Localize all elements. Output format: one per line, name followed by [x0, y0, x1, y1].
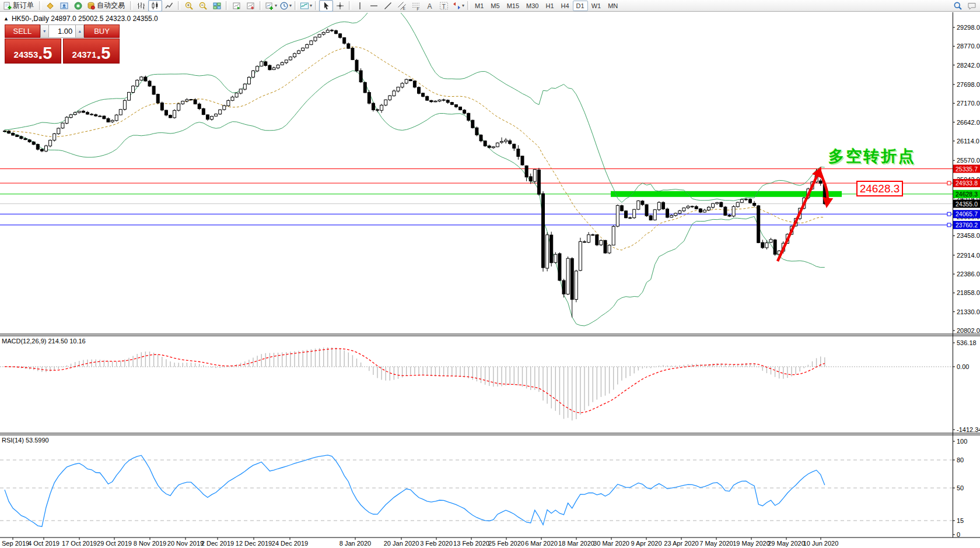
volume-input[interactable]: 1.00	[49, 24, 75, 38]
tile-windows-icon[interactable]	[210, 0, 224, 12]
candlestick-chart-icon-glyph	[150, 1, 160, 10]
timeframe-m5-button[interactable]: M5	[487, 1, 503, 11]
bull-candle	[306, 44, 309, 48]
bull-candle	[322, 33, 325, 34]
date-tick-label: 10 Jun 2020	[803, 540, 839, 547]
timeframe-m30-button[interactable]: M30	[523, 1, 542, 11]
bar-chart-icon[interactable]	[134, 0, 148, 12]
timeframe-m1-button[interactable]: M1	[471, 1, 487, 11]
autotrading-button[interactable]: 自动交易	[85, 0, 128, 12]
search-icon[interactable]	[951, 0, 965, 12]
search-icon-glyph	[953, 1, 963, 10]
sell-button[interactable]: SELL	[5, 24, 40, 38]
timeframe-h1-button[interactable]: H1	[542, 1, 557, 11]
timeframe-h4-button[interactable]: H4	[558, 1, 573, 11]
periods-icon-dropdown-caret[interactable]: ▾	[289, 3, 292, 8]
bear-candle	[774, 240, 776, 254]
volume-decrease-button[interactable]: ▼	[40, 24, 49, 38]
line-endpoint-marker[interactable]	[947, 181, 951, 185]
rsi-tick-label: 50	[957, 484, 964, 491]
price-tick-label: 28242.0	[957, 62, 980, 69]
bear-candle	[537, 170, 540, 194]
bull-candle	[289, 57, 292, 60]
new-order-button[interactable]: 新订单	[1, 0, 37, 12]
line-endpoint-marker[interactable]	[947, 223, 951, 227]
candlestick-chart-icon[interactable]	[148, 0, 162, 12]
bear-candle	[4, 131, 6, 132]
templates-icon[interactable]: ▾	[299, 0, 313, 12]
templates-icon-glyph	[300, 1, 309, 10]
bull-candle	[314, 37, 317, 41]
timeframe-mn-button[interactable]: MN	[604, 1, 621, 11]
svg-text:T: T	[442, 2, 446, 9]
vertical-line-icon[interactable]	[353, 0, 367, 12]
line-chart-icon-glyph	[164, 1, 174, 10]
volume-increase-button[interactable]: ▲	[75, 24, 84, 38]
profiles-icon[interactable]	[43, 0, 57, 12]
buy-button[interactable]: BUY	[84, 24, 120, 38]
equidistant-channel-icon[interactable]: E	[395, 0, 409, 12]
bull-candle	[546, 235, 549, 268]
price-tick-label: 23458.0	[957, 232, 980, 239]
bull-candle	[682, 208, 685, 211]
fibonacci-icon[interactable]: F	[409, 0, 423, 12]
timeframe-m15-button[interactable]: M15	[503, 1, 523, 11]
auto-scroll-icon[interactable]	[230, 0, 244, 12]
bull-candle	[243, 84, 246, 89]
bear-candle	[521, 156, 524, 165]
timeframe-w1-button[interactable]: W1	[588, 1, 605, 11]
periods-icon[interactable]: ▾	[278, 0, 293, 12]
text-icon[interactable]: A	[423, 0, 437, 12]
indicators-icon-dropdown-caret[interactable]: ▾	[275, 3, 277, 8]
price-badge-label: 24628.3	[956, 191, 978, 198]
sell-price-display[interactable]: 24353.5	[5, 38, 61, 64]
horizontal-line-icon[interactable]	[367, 0, 381, 12]
bull-candle	[239, 89, 242, 93]
price-callout-box[interactable]: 24628.3	[856, 181, 903, 196]
bull-candle	[736, 202, 739, 207]
price-tick-label: 22914.0	[957, 252, 980, 259]
bear-candle	[376, 110, 379, 110]
line-chart-icon[interactable]	[162, 0, 176, 12]
toolbar-separator	[178, 1, 180, 10]
templates-icon-dropdown-caret[interactable]: ▾	[310, 3, 312, 8]
bear-candle	[463, 110, 466, 113]
zoom-in-icon[interactable]	[182, 0, 196, 12]
chat-icon[interactable]	[965, 0, 979, 12]
chart-shift-icon[interactable]	[244, 0, 258, 12]
bull-candle	[123, 100, 126, 109]
bear-candle	[454, 105, 457, 107]
date-tick-label: 20 Jan 2020	[384, 540, 419, 547]
text-label-icon[interactable]: T	[437, 0, 451, 12]
cursor-icon[interactable]	[319, 0, 333, 12]
bear-candle	[206, 115, 209, 120]
buy-price-display[interactable]: 24371.5	[63, 38, 120, 64]
price-tick-label: 21858.0	[957, 289, 980, 296]
market-watch-icon[interactable]	[57, 0, 71, 12]
date-tick-label: 6 Mar 2020	[525, 540, 558, 547]
arrows-icon[interactable]: ▾	[451, 0, 466, 12]
bull-candle	[769, 240, 772, 243]
trendline-icon[interactable]	[381, 0, 395, 12]
bull-candle	[302, 48, 304, 50]
line-endpoint-marker[interactable]	[947, 212, 951, 216]
collapse-chart-icon[interactable]: ▲	[4, 16, 9, 22]
navigator-icon[interactable]	[71, 0, 85, 12]
rsi-tick-label: 100	[957, 438, 967, 445]
macd-label: MACD(12,26,9) 214.50 10.16	[2, 338, 86, 345]
bull-candle	[388, 96, 391, 100]
bear-candle	[103, 116, 106, 119]
timeframe-d1-button[interactable]: D1	[573, 1, 588, 11]
bear-candle	[749, 199, 752, 203]
crosshair-icon[interactable]	[333, 0, 347, 12]
arrows-icon-dropdown-caret[interactable]: ▾	[462, 3, 464, 8]
bear-candle	[484, 141, 487, 146]
one-click-trading-panel: SELL ▼ 1.00 ▲ BUY 24353.5 24371.5	[5, 24, 120, 64]
zoom-out-icon[interactable]	[196, 0, 210, 12]
bear-candle	[475, 128, 478, 135]
bear-candle	[757, 206, 760, 243]
bear-candle	[562, 280, 565, 294]
bear-candle	[86, 113, 89, 114]
indicators-icon[interactable]: ▾	[264, 0, 278, 12]
bull-bear-turning-point-annotation[interactable]: 多空转折点	[828, 146, 916, 167]
